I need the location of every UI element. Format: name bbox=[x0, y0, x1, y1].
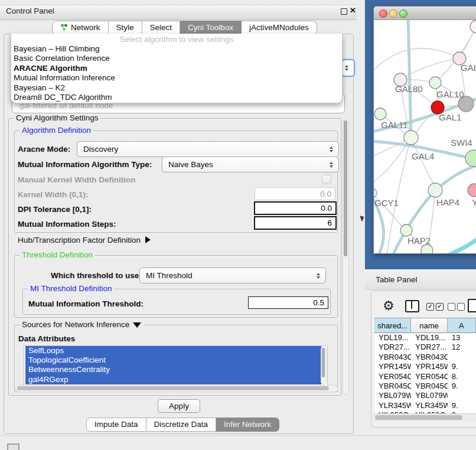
network-node[interactable] bbox=[468, 184, 476, 197]
deselect-all-columns-icon[interactable] bbox=[448, 303, 465, 311]
control-panel-tabbar: Network Style Select Cyni Toolbox jActiv… bbox=[52, 21, 317, 35]
table-cell: YLR345W bbox=[411, 401, 447, 410]
table-column-header[interactable]: A bbox=[448, 318, 476, 333]
tab-discretize-data[interactable]: Discretize Data bbox=[146, 418, 217, 432]
data-attribute-item[interactable]: gal4RGexp bbox=[25, 375, 321, 384]
tab-cyni-toolbox[interactable]: Cyni Toolbox bbox=[180, 21, 242, 35]
network-node[interactable] bbox=[470, 20, 476, 33]
sources-legend[interactable]: Sources for Network Inference bbox=[19, 320, 144, 329]
table-horizontal-scrollbar[interactable] bbox=[373, 413, 476, 421]
tab-style[interactable]: Style bbox=[109, 21, 142, 35]
network-node[interactable] bbox=[429, 77, 441, 89]
screen: GALGAL80GAL10GAL1GAL11SWI4GAL4GCY1HAP4YH… bbox=[0, 0, 476, 450]
table-body: YDL19...YDL19...13YDR27...YDR27...12YBR0… bbox=[374, 333, 476, 420]
new-table-icon[interactable] bbox=[468, 299, 476, 312]
float-window-icon[interactable] bbox=[341, 8, 347, 15]
select-all-columns-icon[interactable]: ✓✓ bbox=[426, 303, 444, 311]
tab-select[interactable]: Select bbox=[142, 21, 181, 35]
table-settings-gear-icon[interactable]: ⚙ bbox=[383, 298, 395, 313]
mi-threshold-label: Mutual Information Threshold: bbox=[28, 299, 144, 308]
network-node-label: GAL10 bbox=[436, 89, 464, 99]
table-cell: 12 bbox=[448, 343, 476, 352]
table-cell: YDR27... bbox=[411, 343, 447, 352]
algorithm-list-item[interactable]: ARACNE Algorithm bbox=[11, 64, 342, 73]
dpi-tolerance-input[interactable]: 0.0 bbox=[254, 201, 337, 215]
table-cell: YDL19... bbox=[374, 333, 411, 343]
algorithm-list-item[interactable]: Basic Correlation Inference bbox=[11, 54, 342, 63]
network-node[interactable] bbox=[404, 131, 418, 145]
table-cell: YDL19... bbox=[411, 333, 447, 343]
tab-jactivemnodules[interactable]: jActiveMNodules bbox=[242, 21, 317, 35]
attributes-vertical-scrollbar[interactable] bbox=[321, 347, 327, 384]
network-canvas[interactable]: GALGAL80GAL10GAL1GAL11SWI4GAL4GCY1HAP4YH… bbox=[374, 20, 476, 253]
table-row[interactable]: YPR145WYPR145W9. bbox=[374, 362, 476, 371]
network-edge[interactable] bbox=[408, 20, 411, 138]
zoom-traffic-light-icon[interactable] bbox=[399, 9, 407, 18]
mi-threshold-input[interactable]: 0.5 bbox=[248, 296, 328, 309]
mi-steps-label: Mutual Information Steps: bbox=[18, 220, 116, 229]
table-row[interactable]: YDL19...YDL19...13 bbox=[374, 333, 476, 343]
network-node[interactable] bbox=[374, 188, 377, 198]
mi-algorithm-type-combo[interactable]: Naive Bayes bbox=[162, 156, 339, 172]
which-threshold-combo[interactable]: MI Threshold bbox=[139, 268, 326, 283]
network-edge[interactable] bbox=[403, 58, 459, 78]
expander-right-arrow-icon bbox=[145, 236, 151, 243]
network-edge[interactable] bbox=[438, 233, 476, 253]
network-node-label: GAL11 bbox=[381, 120, 408, 130]
hub-factor-expander[interactable]: Hub/Transcription Factor Definition bbox=[18, 236, 151, 244]
network-node-label: HAP4 bbox=[436, 197, 459, 207]
table-row[interactable]: YBR043CYBR043C bbox=[374, 353, 476, 362]
network-node[interactable] bbox=[428, 183, 442, 197]
table-row[interactable]: YBR045CYBR045C9. bbox=[374, 381, 476, 391]
network-node[interactable] bbox=[400, 224, 412, 236]
network-node[interactable] bbox=[465, 150, 476, 167]
data-attributes-listbox: SelfLoopsTopologicalCoefficientBetweenne… bbox=[24, 345, 328, 386]
column-layout-icon[interactable] bbox=[405, 300, 419, 312]
data-attribute-item[interactable]: BetweennessCentrality bbox=[25, 365, 321, 374]
data-attribute-item[interactable]: SelfLoops bbox=[25, 346, 321, 356]
kernel-width-input[interactable]: 0.0 bbox=[255, 187, 335, 200]
table-row[interactable]: YLR345WYLR345W9. bbox=[374, 401, 476, 410]
table-row[interactable]: YER054CYER054C8. bbox=[374, 372, 476, 381]
network-edge[interactable] bbox=[411, 138, 434, 185]
minimize-traffic-light-icon[interactable] bbox=[389, 9, 397, 18]
tab-impute-data[interactable]: Impute Data bbox=[86, 418, 146, 432]
mi-steps-input[interactable]: 6 bbox=[254, 216, 337, 230]
table-cell: YBL079W bbox=[411, 391, 447, 400]
table-column-header[interactable]: name bbox=[411, 318, 448, 333]
manual-kernel-width-checkbox[interactable] bbox=[322, 175, 331, 184]
tab-infer-network[interactable]: Infer Network bbox=[216, 418, 279, 432]
aracne-mode-combo[interactable]: Discovery bbox=[77, 141, 339, 157]
close-window-icon[interactable]: ✕ bbox=[350, 6, 356, 15]
network-node-label: GAL bbox=[461, 63, 476, 73]
network-node-label: GAL1 bbox=[439, 112, 461, 122]
cyni-settings-legend: Cyni Algorithm Settings bbox=[14, 113, 101, 122]
settings-vertical-scrollbar[interactable] bbox=[343, 119, 349, 394]
algorithm-list-item[interactable]: Bayesian – Hill Climbing bbox=[11, 44, 342, 54]
aracne-mode-label: Aracne Mode: bbox=[18, 145, 70, 154]
algorithm-list-item[interactable]: Mutual Information Inference bbox=[11, 73, 342, 83]
table-cell bbox=[448, 353, 476, 362]
table-row[interactable]: YBL079WYBL079W bbox=[374, 391, 476, 400]
network-node-label: Y bbox=[472, 197, 476, 207]
attributes-horizontal-scrollbar[interactable] bbox=[15, 385, 338, 392]
network-node[interactable] bbox=[374, 108, 386, 120]
close-traffic-light-icon[interactable] bbox=[379, 9, 387, 18]
dpi-tolerance-label: DPI Tolerance [0,1]: bbox=[18, 205, 92, 214]
apply-button[interactable]: Apply bbox=[158, 399, 200, 413]
minimized-panel-icon[interactable] bbox=[7, 444, 19, 450]
data-attribute-item[interactable]: TopologicalCoefficient bbox=[25, 356, 321, 365]
table-column-header[interactable]: shared... bbox=[374, 318, 411, 333]
network-node-label: HAP2 bbox=[407, 236, 431, 246]
algorithm-list-item[interactable]: Bayesian – K2 bbox=[11, 83, 342, 93]
data-attributes-label: Data Attributes bbox=[18, 334, 75, 343]
kernel-width-label: Kernel Width (0,1): bbox=[18, 190, 88, 199]
node-table: shared...nameA YDL19...YDL19...13YDR27..… bbox=[374, 318, 476, 420]
algorithm-combo-arrow-button[interactable] bbox=[341, 59, 355, 77]
network-node[interactable] bbox=[421, 244, 433, 253]
table-row[interactable]: YDR27...YDR27...12 bbox=[374, 343, 476, 352]
tab-network[interactable]: Network bbox=[52, 21, 109, 35]
table-panel-title: Table Panel bbox=[376, 275, 418, 284]
algorithm-list-item[interactable]: Dream8 DC_TDC Algorithm bbox=[11, 93, 342, 102]
network-window-titlebar[interactable] bbox=[374, 6, 476, 20]
